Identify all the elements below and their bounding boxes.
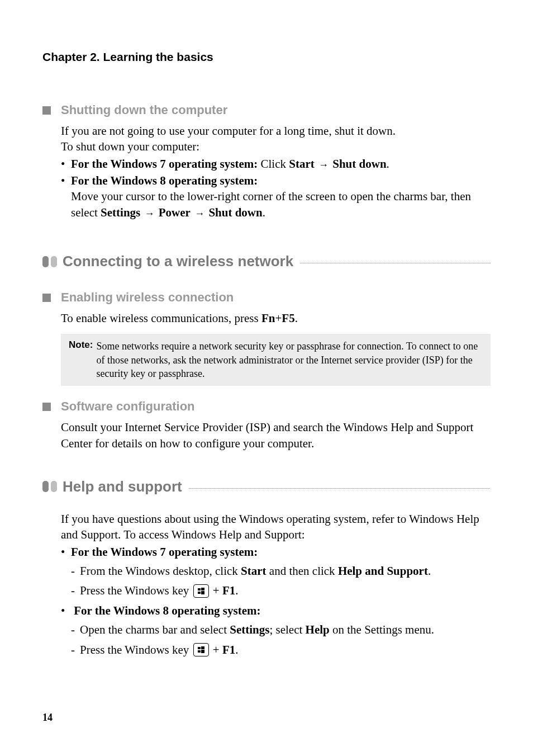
text: Open the charms bar and select — [80, 623, 230, 636]
text: . — [387, 157, 389, 171]
dash-item: - From the Windows desktop, click Start … — [71, 563, 491, 579]
text: + — [210, 643, 222, 656]
text: Press the Windows key — [80, 584, 192, 597]
svg-rect-0 — [198, 588, 201, 590]
section-shutting-down: Shutting down the computer If you are no… — [42, 103, 491, 220]
arrow-icon: → — [144, 208, 156, 219]
bullet-square-icon — [42, 106, 51, 115]
arrow-icon: → — [193, 208, 206, 219]
text: . — [235, 643, 238, 656]
text: . — [263, 206, 265, 219]
bullet-dot-icon: • — [61, 544, 71, 560]
pill-icon — [42, 481, 49, 492]
divider-line — [300, 263, 491, 263]
body-text: If you are not going to use your compute… — [61, 123, 491, 220]
bullet-item: • For the Windows 8 operating system: — [61, 603, 491, 618]
text: on the Settings menu. — [330, 623, 434, 636]
body-text: If you have questions about using the Wi… — [61, 511, 491, 658]
ui-label-settings: Settings — [101, 206, 140, 219]
pill-icon — [51, 481, 57, 492]
dash-icon: - — [71, 622, 80, 637]
page-number: 14 — [42, 712, 53, 724]
ui-label-shutdown: Shut down — [332, 157, 386, 171]
bullet-dot-icon: • — [61, 156, 71, 172]
dash-item: - Open the charms bar and select Setting… — [71, 622, 491, 638]
text: + — [210, 584, 222, 597]
bullet-dot-icon: • — [61, 173, 71, 188]
svg-rect-4 — [198, 647, 201, 649]
text: From the Windows desktop, click — [80, 564, 241, 578]
subheading-software-config: Software configuration — [61, 399, 195, 414]
text: + — [275, 311, 282, 325]
subheading-shutting-down: Shutting down the computer — [61, 103, 227, 117]
ui-label-start: Start — [289, 157, 315, 171]
bullet-item: • For the Windows 7 operating system: — [61, 544, 491, 560]
note-text: Some networks require a network security… — [96, 339, 485, 380]
section-heading-help: Help and support — [42, 478, 491, 495]
bold-text: For the Windows 7 operating system: — [71, 545, 258, 559]
dash-item: - Press the Windows key + F1. — [71, 642, 491, 658]
windows-key-icon — [193, 643, 209, 656]
dash-icon: - — [71, 583, 80, 598]
text: . — [428, 564, 431, 578]
bullet-dot-icon: • — [61, 603, 71, 618]
dash-item: - Press the Windows key + F1. — [71, 583, 491, 599]
svg-rect-5 — [201, 646, 204, 649]
text: . — [295, 311, 298, 325]
pill-icon — [51, 256, 57, 267]
text: ; select — [269, 623, 305, 636]
note-box: Note: Some networks require a network se… — [61, 334, 491, 386]
text: Click — [261, 157, 289, 171]
pill-icon — [42, 256, 49, 267]
section-heading-wireless: Connecting to a wireless network — [42, 253, 491, 270]
svg-rect-3 — [201, 591, 204, 594]
bold-text: For the Windows 8 operating system: — [74, 604, 260, 617]
paragraph: To shut down your computer: — [61, 139, 491, 154]
section-software-config: Software configuration Consult your Inte… — [42, 399, 491, 451]
ui-label-shutdown: Shut down — [208, 206, 262, 219]
arrow-icon: → — [317, 159, 330, 171]
section-title: Connecting to a wireless network — [63, 253, 293, 270]
section-enabling-wireless: Enabling wireless connection To enable w… — [42, 290, 491, 326]
key-fn: Fn — [261, 311, 275, 325]
bullet-item: • For the Windows 8 operating system: Mo… — [61, 173, 491, 220]
svg-rect-2 — [198, 592, 201, 594]
ui-label-help-support: Help and Support — [338, 564, 428, 578]
key-f1: F1 — [222, 584, 235, 597]
key-f1: F1 — [222, 643, 235, 656]
svg-rect-1 — [201, 588, 204, 590]
note-label: Note: — [69, 339, 96, 351]
text: To enable wireless communications, press — [61, 311, 261, 325]
svg-rect-6 — [198, 650, 201, 653]
svg-rect-7 — [201, 650, 204, 653]
dash-icon: - — [71, 642, 80, 658]
bullet-item: • For the Windows 7 operating system: Cl… — [61, 156, 491, 172]
divider-line — [189, 488, 491, 489]
windows-key-icon — [193, 584, 209, 598]
bold-text: For the Windows 7 operating system: — [71, 157, 261, 171]
bullet-square-icon — [42, 403, 51, 411]
text: Press the Windows key — [80, 643, 192, 656]
chapter-title: Chapter 2. Learning the basics — [42, 50, 491, 64]
dash-icon: - — [71, 563, 80, 579]
subheading-enabling-wireless: Enabling wireless connection — [61, 290, 234, 305]
text: and then click — [266, 564, 338, 578]
paragraph: If you have questions about using the Wi… — [61, 511, 491, 543]
section-title: Help and support — [63, 478, 182, 495]
bold-text: For the Windows 8 operating system: — [71, 174, 258, 187]
key-f5: F5 — [282, 311, 294, 325]
body-text: To enable wireless communications, press… — [61, 310, 491, 326]
ui-label-start: Start — [241, 564, 266, 578]
paragraph: If you are not going to use your compute… — [61, 123, 491, 139]
text: . — [235, 584, 238, 597]
ui-label-power: Power — [159, 206, 191, 219]
ui-label-help: Help — [306, 623, 330, 636]
body-text: Consult your Internet Service Provider (… — [61, 419, 491, 451]
bullet-square-icon — [42, 294, 51, 302]
ui-label-settings: Settings — [230, 623, 269, 636]
